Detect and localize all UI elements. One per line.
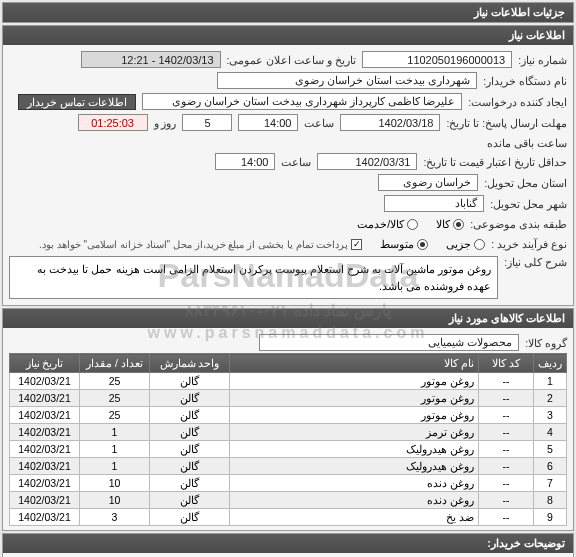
cell-date: 1402/03/21 bbox=[10, 475, 80, 492]
validity-label: حداقل تاریخ اعتبار قیمت تا تاریخ: bbox=[423, 156, 567, 168]
cell-unit: گالن bbox=[150, 475, 230, 492]
cell-unit: گالن bbox=[150, 407, 230, 424]
validity-time-field: 14:00 bbox=[215, 153, 275, 170]
cell-date: 1402/03/21 bbox=[10, 509, 80, 526]
buyer-org-field: شهرداری بیدخت استان خراسان رضوی bbox=[217, 72, 477, 89]
request-number-field: 1102050196000013 bbox=[362, 51, 512, 68]
cell-unit: گالن bbox=[150, 441, 230, 458]
cell-unit: گالن bbox=[150, 492, 230, 509]
cell-qty: 10 bbox=[80, 492, 150, 509]
cell-name: روغن ترمز bbox=[230, 424, 479, 441]
cell-unit: گالن bbox=[150, 373, 230, 390]
table-row: 4--روغن ترمزگالن11402/03/21 bbox=[10, 424, 567, 441]
cell-idx: 3 bbox=[534, 407, 567, 424]
cell-code: -- bbox=[479, 475, 534, 492]
radio-icon bbox=[407, 219, 418, 230]
cell-qty: 25 bbox=[80, 407, 150, 424]
treasury-check[interactable]: پرداخت تمام یا بخشی از مبلغ خرید،از محل … bbox=[39, 239, 362, 250]
cell-date: 1402/03/21 bbox=[10, 424, 80, 441]
time-remain-field: 01:25:03 bbox=[78, 114, 148, 131]
cell-name: روغن موتور bbox=[230, 373, 479, 390]
proc-small-label: جزیی bbox=[446, 238, 471, 250]
cell-idx: 6 bbox=[534, 458, 567, 475]
col-code: کد کالا bbox=[479, 354, 534, 373]
buyer-org-label: نام دستگاه خریدار: bbox=[483, 75, 567, 87]
validity-time-label: ساعت bbox=[281, 156, 311, 168]
table-row: 3--روغن موتورگالن251402/03/21 bbox=[10, 407, 567, 424]
cell-qty: 1 bbox=[80, 424, 150, 441]
info-panel: اطلاعات نیاز شماره نیاز: 110205019600001… bbox=[2, 25, 574, 306]
classification-label: طبقه بندی موضوعی: bbox=[470, 218, 567, 230]
contact-button[interactable]: اطلاعات تماس خریدار bbox=[18, 94, 136, 110]
buyer-notes-title: توضیحات خریدار: bbox=[3, 534, 573, 553]
cell-unit: گالن bbox=[150, 509, 230, 526]
cell-code: -- bbox=[479, 373, 534, 390]
page-title: جزئیات اطلاعات نیاز bbox=[3, 3, 573, 22]
goods-panel-title: اطلاعات کالاهای مورد نیاز bbox=[3, 309, 573, 328]
cell-idx: 5 bbox=[534, 441, 567, 458]
cell-date: 1402/03/21 bbox=[10, 458, 80, 475]
info-panel-title: اطلاعات نیاز bbox=[3, 26, 573, 45]
city-field: گناباد bbox=[384, 195, 484, 212]
radio-icon bbox=[417, 239, 428, 250]
cell-code: -- bbox=[479, 390, 534, 407]
buyer-notes-panel: توضیحات خریدار: روغن موتور ماشین آلات پر… bbox=[2, 533, 574, 557]
deadline-time-field: 14:00 bbox=[238, 114, 298, 131]
cell-name: روغن هیدرولیک bbox=[230, 441, 479, 458]
cell-qty: 1 bbox=[80, 458, 150, 475]
proc-medium-label: متوسط bbox=[380, 238, 414, 250]
class-kala-radio[interactable]: کالا bbox=[436, 218, 464, 230]
deadline-time-label: ساعت bbox=[304, 117, 334, 129]
table-row: 1--روغن موتورگالن251402/03/21 bbox=[10, 373, 567, 390]
announce-label: تاریخ و ساعت اعلان عمومی: bbox=[227, 54, 357, 66]
proc-small-radio[interactable]: جزیی bbox=[446, 238, 485, 250]
cell-code: -- bbox=[479, 407, 534, 424]
cell-code: -- bbox=[479, 458, 534, 475]
table-row: 6--روغن هیدرولیکگالن11402/03/21 bbox=[10, 458, 567, 475]
class-service-label: کالا/خدمت bbox=[357, 218, 404, 230]
cell-name: روغن دنده bbox=[230, 492, 479, 509]
deadline-label: مهلت ارسال پاسخ: تا تاریخ: bbox=[446, 117, 567, 129]
cell-unit: گالن bbox=[150, 390, 230, 407]
table-row: 2--روغن موتورگالن251402/03/21 bbox=[10, 390, 567, 407]
cell-idx: 2 bbox=[534, 390, 567, 407]
group-label: گروه کالا: bbox=[525, 337, 567, 349]
cell-idx: 7 bbox=[534, 475, 567, 492]
goods-panel: اطلاعات کالاهای مورد نیاز گروه کالا: محص… bbox=[2, 308, 574, 531]
cell-idx: 4 bbox=[534, 424, 567, 441]
city-label: شهر محل تحویل: bbox=[490, 198, 567, 210]
deadline-date-field: 1402/03/18 bbox=[340, 114, 440, 131]
cell-idx: 1 bbox=[534, 373, 567, 390]
table-header-row: ردیف کد کالا نام کالا واحد شمارش تعداد /… bbox=[10, 354, 567, 373]
cell-code: -- bbox=[479, 424, 534, 441]
cell-date: 1402/03/21 bbox=[10, 407, 80, 424]
announce-date-field: 1402/03/13 - 12:21 bbox=[81, 51, 221, 68]
cell-qty: 3 bbox=[80, 509, 150, 526]
cell-code: -- bbox=[479, 441, 534, 458]
province-field: خراسان رضوی bbox=[378, 174, 478, 191]
cell-qty: 10 bbox=[80, 475, 150, 492]
summary-text: روغن موتور ماشین آلات به شرح استعلام پیو… bbox=[9, 256, 498, 299]
class-kala-label: کالا bbox=[436, 218, 450, 230]
group-field: محصولات شیمیایی bbox=[259, 334, 519, 351]
check-icon bbox=[351, 239, 362, 250]
table-row: 7--روغن دندهگالن101402/03/21 bbox=[10, 475, 567, 492]
table-row: 5--روغن هیدرولیکگالن11402/03/21 bbox=[10, 441, 567, 458]
cell-code: -- bbox=[479, 492, 534, 509]
cell-date: 1402/03/21 bbox=[10, 441, 80, 458]
cell-name: روغن موتور bbox=[230, 407, 479, 424]
cell-idx: 9 bbox=[534, 509, 567, 526]
summary-label: شرح کلی نیاز: bbox=[504, 256, 567, 268]
creator-field: علیرضا کاظمی کارپرداز شهرداری بیدخت استا… bbox=[142, 93, 462, 110]
cell-name: روغن هیدرولیک bbox=[230, 458, 479, 475]
cell-date: 1402/03/21 bbox=[10, 373, 80, 390]
cell-idx: 8 bbox=[534, 492, 567, 509]
days-left-field: 5 bbox=[182, 114, 232, 131]
proc-medium-radio[interactable]: متوسط bbox=[380, 238, 428, 250]
col-date: تاریخ نیاز bbox=[10, 354, 80, 373]
cell-code: -- bbox=[479, 509, 534, 526]
class-service-radio[interactable]: کالا/خدمت bbox=[357, 218, 418, 230]
goods-table: ردیف کد کالا نام کالا واحد شمارش تعداد /… bbox=[9, 353, 567, 526]
radio-icon bbox=[474, 239, 485, 250]
validity-date-field: 1402/03/31 bbox=[317, 153, 417, 170]
